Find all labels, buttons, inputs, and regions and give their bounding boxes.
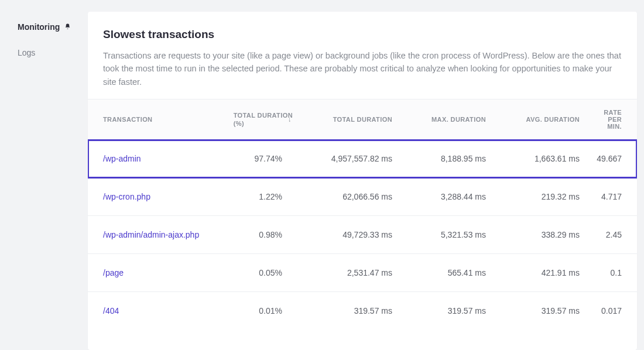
transactions-table: TRANSACTION TOTAL DURATION(%) ↓ TOTAL DU… [88, 99, 637, 330]
sidebar-item-monitoring[interactable]: Monitoring [18, 22, 88, 32]
cell-duration-pct: 97.74% [217, 140, 299, 178]
cell-max-duration: 3,288.44 ms [398, 178, 492, 216]
column-header-rate[interactable]: RATE PER MIN. [585, 99, 637, 140]
cell-transaction: /page [88, 254, 217, 292]
table-row[interactable]: /404 0.01% 319.57 ms 319.57 ms 319.57 ms… [88, 292, 637, 330]
bell-icon [64, 23, 71, 31]
cell-total-duration: 319.57 ms [299, 292, 398, 330]
cell-duration-pct: 0.98% [217, 216, 299, 254]
cell-transaction: /wp-admin [88, 140, 217, 178]
panel-description: Transactions are requests to your site (… [103, 49, 622, 88]
table-row[interactable]: /wp-admin 97.74% 4,957,557.82 ms 8,188.9… [88, 140, 637, 178]
slowest-transactions-panel: Slowest transactions Transactions are re… [88, 12, 637, 350]
sidebar-item-label: Logs [18, 48, 35, 57]
cell-avg-duration: 338.29 ms [492, 216, 585, 254]
cell-transaction: /404 [88, 292, 217, 330]
cell-rate: 49.667 [585, 140, 637, 178]
cell-rate: 0.1 [585, 254, 637, 292]
column-header-max-duration[interactable]: MAX. DURATION [398, 99, 492, 140]
cell-rate: 4.717 [585, 178, 637, 216]
cell-max-duration: 5,321.53 ms [398, 216, 492, 254]
panel-title: Slowest transactions [103, 28, 622, 41]
column-header-total-duration[interactable]: TOTAL DURATION [299, 99, 398, 140]
cell-avg-duration: 319.57 ms [492, 292, 585, 330]
panel-header: Slowest transactions Transactions are re… [88, 12, 637, 99]
sidebar-item-label: Monitoring [18, 22, 60, 32]
table-row[interactable]: /wp-cron.php 1.22% 62,066.56 ms 3,288.44… [88, 178, 637, 216]
table-body: /wp-admin 97.74% 4,957,557.82 ms 8,188.9… [88, 140, 637, 330]
table-row[interactable]: /page 0.05% 2,531.47 ms 565.41 ms 421.91… [88, 254, 637, 292]
cell-avg-duration: 421.91 ms [492, 254, 585, 292]
sidebar-item-logs[interactable]: Logs [18, 48, 88, 57]
transaction-link[interactable]: /wp-admin [103, 154, 141, 163]
column-header-transaction[interactable]: TRANSACTION [88, 99, 217, 140]
transaction-link[interactable]: /wp-admin/admin-ajax.php [103, 230, 199, 239]
cell-max-duration: 8,188.95 ms [398, 140, 492, 178]
sidebar: Monitoring Logs [0, 0, 88, 350]
column-header-duration-pct[interactable]: TOTAL DURATION(%) ↓ [217, 99, 299, 140]
column-header-label: TOTAL DURATION(%) [234, 111, 293, 128]
cell-rate: 0.017 [585, 292, 637, 330]
cell-total-duration: 4,957,557.82 ms [299, 140, 398, 178]
cell-max-duration: 565.41 ms [398, 254, 492, 292]
transaction-link[interactable]: /page [103, 268, 124, 277]
cell-avg-duration: 1,663.61 ms [492, 140, 585, 178]
cell-total-duration: 62,066.56 ms [299, 178, 398, 216]
transaction-link[interactable]: /404 [103, 306, 119, 315]
table-row[interactable]: /wp-admin/admin-ajax.php 0.98% 49,729.33… [88, 216, 637, 254]
transaction-link[interactable]: /wp-cron.php [103, 192, 150, 201]
cell-avg-duration: 219.32 ms [492, 178, 585, 216]
cell-transaction: /wp-admin/admin-ajax.php [88, 216, 217, 254]
cell-duration-pct: 0.05% [217, 254, 299, 292]
cell-total-duration: 2,531.47 ms [299, 254, 398, 292]
cell-rate: 2.45 [585, 216, 637, 254]
sort-desc-icon: ↓ [288, 115, 292, 123]
cell-max-duration: 319.57 ms [398, 292, 492, 330]
cell-duration-pct: 0.01% [217, 292, 299, 330]
cell-total-duration: 49,729.33 ms [299, 216, 398, 254]
cell-duration-pct: 1.22% [217, 178, 299, 216]
cell-transaction: /wp-cron.php [88, 178, 217, 216]
table-header-row: TRANSACTION TOTAL DURATION(%) ↓ TOTAL DU… [88, 99, 637, 140]
column-header-avg-duration[interactable]: AVG. DURATION [492, 99, 585, 140]
